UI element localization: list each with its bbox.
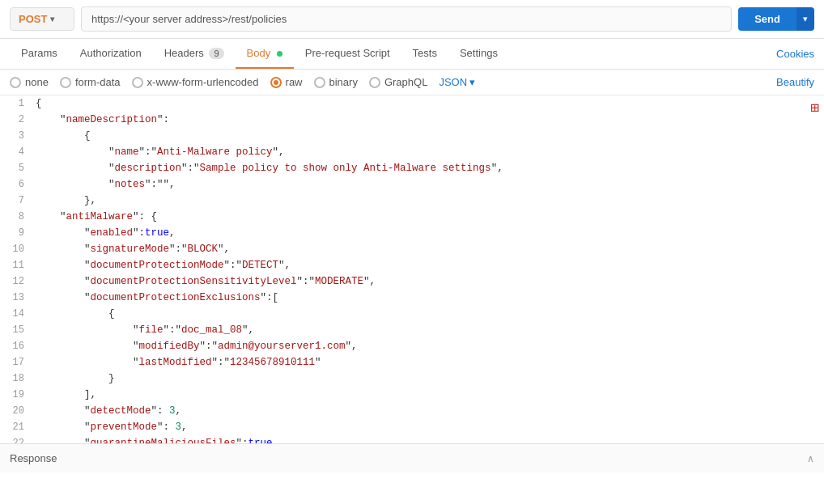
table-row: 16 "modifiedBy":"admin@yourserver1.com", <box>0 338 824 354</box>
format-label: JSON <box>439 76 467 88</box>
line-number: 16 <box>0 338 32 354</box>
line-number: 10 <box>0 241 32 257</box>
line-number: 12 <box>0 273 32 290</box>
option-raw[interactable]: raw <box>270 76 303 88</box>
table-row: 9 "enabled":true, <box>0 225 824 241</box>
line-content: { <box>32 128 824 144</box>
body-active-dot <box>277 51 282 57</box>
line-content: ], <box>32 387 824 403</box>
option-graphql[interactable]: GraphQL <box>369 76 427 88</box>
line-number: 3 <box>0 128 32 144</box>
line-content: } <box>32 371 824 387</box>
line-number: 14 <box>0 306 32 322</box>
table-row: 14 { <box>0 306 824 322</box>
line-number: 19 <box>0 387 32 403</box>
table-row: 12 "documentProtectionSensitivityLevel":… <box>0 273 824 290</box>
form-data-label: form-data <box>75 76 121 88</box>
option-none[interactable]: none <box>10 76 49 88</box>
tab-authorization[interactable]: Authorization <box>69 39 153 69</box>
tabs-row: Params Authorization Headers 9 Body Pre-… <box>0 39 824 70</box>
line-content: "description":"Sample policy to show onl… <box>32 160 824 176</box>
option-urlencoded[interactable]: x-www-form-urlencoded <box>132 76 259 88</box>
tab-headers[interactable]: Headers 9 <box>153 39 236 69</box>
tab-pre-request-script[interactable]: Pre-request Script <box>294 39 401 69</box>
url-input[interactable] <box>81 6 732 32</box>
tab-body[interactable]: Body <box>236 39 294 69</box>
line-number: 5 <box>0 160 32 176</box>
table-row: 3 { <box>0 128 824 144</box>
line-number: 15 <box>0 322 32 338</box>
none-label: none <box>25 76 49 88</box>
graphql-radio[interactable] <box>369 77 380 88</box>
corner-resize-icon: ⊞ <box>810 99 819 116</box>
method-label: POST <box>19 13 47 25</box>
format-chevron-icon: ▾ <box>469 76 475 88</box>
option-binary[interactable]: binary <box>314 76 358 88</box>
table-row: 21 "preventMode": 3, <box>0 419 824 435</box>
send-dropdown-button[interactable]: ▾ <box>796 7 814 31</box>
line-content: "documentProtectionMode":"DETECT", <box>32 257 824 273</box>
send-button-group: Send ▾ <box>738 7 814 31</box>
tab-params[interactable]: Params <box>10 39 69 69</box>
method-selector[interactable]: POST ▾ <box>10 7 74 31</box>
line-number: 4 <box>0 144 32 160</box>
method-chevron-icon: ▾ <box>50 15 54 23</box>
format-selector[interactable]: JSON ▾ <box>439 76 475 88</box>
line-content: "enabled":true, <box>32 225 824 241</box>
table-row: 17 "lastModified":"12345678910111" <box>0 354 824 371</box>
line-content: "lastModified":"12345678910111" <box>32 354 824 371</box>
line-content: "notes":"", <box>32 176 824 193</box>
code-editor[interactable]: ⊞ 1{2 "nameDescription":3 {4 "name":"Ant… <box>0 95 824 443</box>
table-row: 10 "signatureMode":"BLOCK", <box>0 241 824 257</box>
none-radio[interactable] <box>10 77 21 88</box>
line-number: 6 <box>0 176 32 193</box>
table-row: 19 ], <box>0 387 824 403</box>
line-content: "documentProtectionSensitivityLevel":"MO… <box>32 273 824 290</box>
line-number: 17 <box>0 354 32 371</box>
tab-settings[interactable]: Settings <box>448 39 509 69</box>
binary-radio[interactable] <box>314 77 325 88</box>
tab-tests[interactable]: Tests <box>401 39 448 69</box>
headers-badge: 9 <box>209 48 223 59</box>
line-number: 22 <box>0 435 32 443</box>
line-number: 13 <box>0 290 32 306</box>
table-row: 15 "file":"doc_mal_08", <box>0 322 824 338</box>
beautify-button[interactable]: Beautify <box>776 76 814 88</box>
line-number: 1 <box>0 95 32 112</box>
line-content: "quarantineMaliciousFiles":true, <box>32 435 824 443</box>
line-content: "preventMode": 3, <box>32 419 824 435</box>
line-content: "file":"doc_mal_08", <box>32 322 824 338</box>
body-type-options: none form-data x-www-form-urlencoded raw… <box>10 76 475 88</box>
raw-radio[interactable] <box>270 77 282 88</box>
line-content: "detectMode": 3, <box>32 403 824 419</box>
line-number: 9 <box>0 225 32 241</box>
response-chevron-icon[interactable]: ∧ <box>807 453 814 464</box>
line-number: 8 <box>0 209 32 225</box>
table-row: 8 "antiMalware": { <box>0 209 824 225</box>
table-row: 4 "name":"Anti-Malware policy", <box>0 144 824 160</box>
send-button[interactable]: Send <box>738 7 796 31</box>
table-row: 5 "description":"Sample policy to show o… <box>0 160 824 176</box>
code-table: 1{2 "nameDescription":3 {4 "name":"Anti-… <box>0 95 824 443</box>
table-row: 6 "notes":"", <box>0 176 824 193</box>
cookies-link[interactable]: Cookies <box>776 40 814 68</box>
table-row: 11 "documentProtectionMode":"DETECT", <box>0 257 824 273</box>
table-row: 22 "quarantineMaliciousFiles":true, <box>0 435 824 443</box>
line-number: 20 <box>0 403 32 419</box>
line-content: { <box>32 95 824 112</box>
urlencoded-radio[interactable] <box>132 77 143 88</box>
line-content: "antiMalware": { <box>32 209 824 225</box>
table-row: 18 } <box>0 371 824 387</box>
form-data-radio[interactable] <box>60 77 71 88</box>
line-content: { <box>32 306 824 322</box>
line-number: 11 <box>0 257 32 273</box>
line-content: "nameDescription": <box>32 112 824 128</box>
option-form-data[interactable]: form-data <box>60 76 121 88</box>
top-bar: POST ▾ Send ▾ <box>0 0 824 39</box>
line-content: "signatureMode":"BLOCK", <box>32 241 824 257</box>
line-number: 7 <box>0 193 32 209</box>
table-row: 20 "detectMode": 3, <box>0 403 824 419</box>
graphql-label: GraphQL <box>384 76 427 88</box>
line-content: "documentProtectionExclusions":[ <box>32 290 824 306</box>
options-row: none form-data x-www-form-urlencoded raw… <box>0 70 824 95</box>
